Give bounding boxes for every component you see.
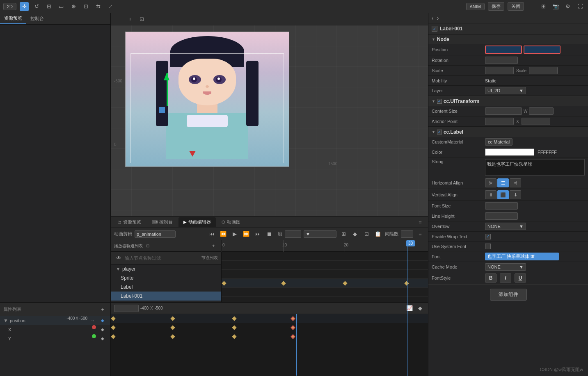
custom-tool2-icon[interactable]: ⇆ xyxy=(94,2,103,11)
bold-btn[interactable]: B xyxy=(485,273,496,283)
keyframe-label001-10[interactable] xyxy=(281,281,286,285)
attr-pos-kf-10[interactable] xyxy=(170,316,175,321)
anim-start-icon[interactable]: ⏮ xyxy=(207,230,216,239)
anim-play-icon[interactable]: ▶ xyxy=(230,230,239,239)
node-section-header[interactable]: ▼ Node xyxy=(428,34,588,44)
attr-pos-kf-0[interactable] xyxy=(111,316,115,321)
attr-x-kf-0[interactable] xyxy=(111,325,115,330)
align-right-btn[interactable]: ⫷ xyxy=(510,178,521,187)
attr-chart-icon[interactable]: 📈 xyxy=(405,304,414,313)
anchor-tool-icon[interactable]: ⊕ xyxy=(69,2,78,11)
tab-animation[interactable]: ▶ 动画编辑器 xyxy=(178,217,216,227)
zoom-in-icon[interactable]: + xyxy=(126,15,135,24)
tab-console[interactable]: ⌨ 控制台 xyxy=(147,217,178,227)
settings-icon[interactable]: ⚙ xyxy=(563,2,572,11)
attr-y-kf-0[interactable] xyxy=(111,334,115,339)
layer-dropdown[interactable]: UI_2D ▼ xyxy=(485,87,526,94)
anim-paste-icon[interactable]: 📋 xyxy=(373,230,382,239)
line-height-input[interactable]: 40 xyxy=(485,212,518,220)
attr-x-kf-20[interactable] xyxy=(232,325,236,330)
nav-forward-arrow[interactable]: › xyxy=(437,15,439,21)
attr-y-key-icon[interactable]: ◆ xyxy=(98,334,107,343)
font-size-input[interactable]: 20 xyxy=(485,202,518,210)
string-textarea[interactable]: 我是也字工厂快乐星球 xyxy=(485,159,585,175)
anim-next-icon[interactable]: ⏩ xyxy=(242,230,251,239)
rotate-tool-icon[interactable]: ↺ xyxy=(32,2,41,11)
attr-pos-input[interactable]: position xyxy=(114,305,139,312)
attr-y-kf-20[interactable] xyxy=(232,334,236,339)
tab-console[interactable]: 控制台 xyxy=(26,13,48,24)
anim-settings-icon[interactable]: ≡ xyxy=(416,230,425,239)
attr-pos-kf-30[interactable] xyxy=(291,316,295,321)
font-selector[interactable]: 也字工厂 快乐星球体.ttf xyxy=(485,253,559,260)
keyframe-label001-20[interactable] xyxy=(343,281,347,285)
nav-back-arrow[interactable]: ‹ xyxy=(432,15,434,21)
anim-copy-icon[interactable]: ⊡ xyxy=(362,230,371,239)
anim-prev-icon[interactable]: ⏪ xyxy=(219,230,228,239)
attr-x-kf-30[interactable] xyxy=(291,325,295,330)
fullscreen-icon[interactable]: ⛶ xyxy=(576,2,585,11)
align-center-btn[interactable]: ☰ xyxy=(497,178,509,187)
playhead-line[interactable] xyxy=(407,252,407,376)
use-system-font-checkbox[interactable] xyxy=(485,244,491,249)
attr-y-kf-30[interactable] xyxy=(291,334,295,339)
mode-2d-btn[interactable]: 2D xyxy=(3,3,16,10)
enable-wrap-checkbox[interactable] xyxy=(485,234,491,239)
label-section-header[interactable]: ▼ cc.Label xyxy=(428,127,588,137)
content-size-w-input[interactable]: 195.33992 xyxy=(485,107,522,115)
node-item-label001[interactable]: Label-001 xyxy=(111,292,221,301)
cache-mode-dropdown[interactable]: NONE ▼ xyxy=(485,263,526,271)
anim-grid-icon[interactable]: ⊞ xyxy=(339,230,348,239)
anim-clip-select[interactable]: p_animation xyxy=(135,230,176,238)
tab-animgraph[interactable]: ⬡ 动画图 xyxy=(217,217,245,227)
rotation-input[interactable]: 0 xyxy=(485,57,518,64)
align-bottom-btn[interactable]: ⬇ xyxy=(510,190,521,199)
overflow-dropdown[interactable]: NONE ▼ xyxy=(485,223,526,230)
attr-x-key-icon[interactable]: ◆ xyxy=(98,325,107,334)
color-swatch[interactable] xyxy=(485,148,534,156)
label-checkbox[interactable] xyxy=(437,130,442,134)
node-item-sprite[interactable]: Sprite xyxy=(111,273,221,283)
scale-y-input[interactable]: 1 xyxy=(529,67,558,74)
node-filter-input[interactable]: 输入节点名称过滤 xyxy=(125,255,200,261)
tab-resource-bottom[interactable]: 🗂 资源预览 xyxy=(112,217,146,227)
fit-icon[interactable]: ⊡ xyxy=(137,15,146,24)
attr-pos-kf-20[interactable] xyxy=(232,316,236,321)
attr-key-icon[interactable]: ◆ xyxy=(416,304,425,313)
grid-icon[interactable]: ⊞ xyxy=(539,2,548,11)
custom-material-val[interactable]: cc.Material xyxy=(485,138,512,146)
align-middle-btn[interactable]: ⬛ xyxy=(497,190,509,199)
bone-tool-icon[interactable]: ⟋ xyxy=(106,2,115,11)
anim-key-icon[interactable]: ◆ xyxy=(350,230,359,239)
keyframe-label001-30[interactable] xyxy=(404,281,409,285)
add-component-btn[interactable]: 添加组件 xyxy=(490,289,527,301)
anchor-y-input[interactable]: 0.5 xyxy=(522,118,550,125)
align-left-btn[interactable]: ⫸ xyxy=(485,178,496,187)
attr-add-icon[interactable]: + xyxy=(98,305,107,314)
node-enabled-checkbox[interactable] xyxy=(432,26,437,32)
anim-end-icon[interactable]: ⏭ xyxy=(253,230,262,239)
custom-tool1-icon[interactable]: ⊡ xyxy=(81,2,90,11)
italic-btn[interactable]: I xyxy=(500,273,511,283)
underline-btn[interactable]: U xyxy=(515,273,526,283)
move-tool-icon[interactable]: ✛ xyxy=(20,2,29,11)
position-y-input[interactable]: -500 xyxy=(524,46,561,54)
uitransform-section-header[interactable]: ▼ cc.UITransform xyxy=(428,96,588,106)
attr-add-key-icon[interactable]: ◆ xyxy=(98,316,107,325)
close-btn[interactable]: 关闭 xyxy=(508,2,524,11)
node-item-player[interactable]: ▼ player xyxy=(111,264,221,273)
tab-resource[interactable]: 资源预览 xyxy=(0,13,26,24)
eye-icon[interactable]: 👁 xyxy=(114,253,123,262)
uitransform-checkbox[interactable] xyxy=(437,99,442,104)
position-x-input[interactable]: -400 xyxy=(485,46,522,54)
anim-btn[interactable]: ANIM xyxy=(466,3,485,10)
save-btn[interactable]: 保存 xyxy=(488,2,504,11)
zoom-out-icon[interactable]: − xyxy=(114,15,123,24)
attr-y-kf-10[interactable] xyxy=(170,334,175,339)
content-size-h-input[interactable]: 50.4 xyxy=(529,107,554,115)
panel-menu-icon[interactable]: ≡ xyxy=(416,218,425,227)
attr-expand-icon[interactable]: ↔ xyxy=(88,316,97,325)
scale-tool-icon[interactable]: ⊞ xyxy=(44,2,53,11)
align-top-btn[interactable]: ⬆ xyxy=(485,190,496,199)
camera-icon[interactable]: 📷 xyxy=(551,2,560,11)
